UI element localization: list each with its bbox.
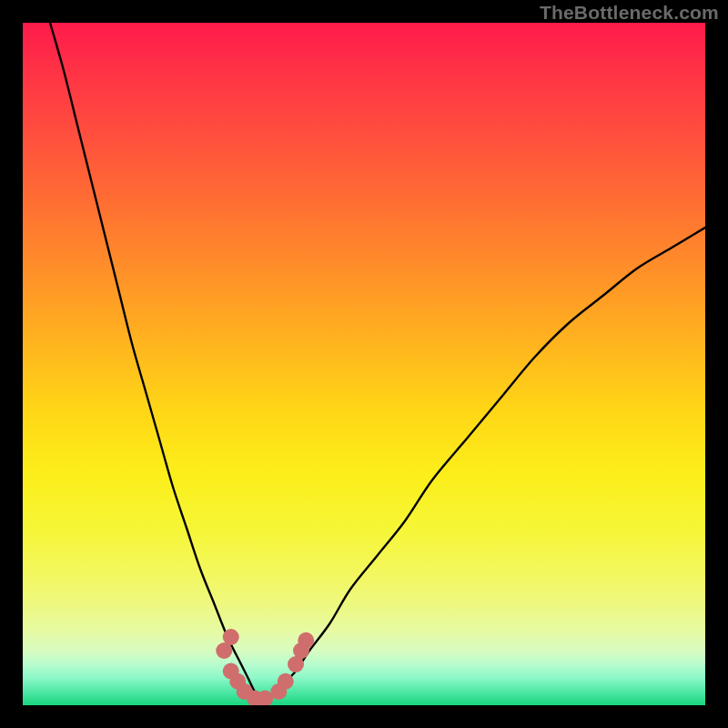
valley-marker-dot bbox=[278, 673, 294, 690]
watermark-text: TheBottleneck.com bbox=[540, 2, 719, 24]
valley-markers bbox=[216, 629, 314, 705]
right-curve bbox=[255, 228, 705, 705]
left-curve bbox=[50, 23, 268, 705]
chart-frame: TheBottleneck.com bbox=[0, 0, 728, 728]
plot-area bbox=[23, 23, 705, 705]
valley-marker-dot bbox=[223, 629, 239, 645]
valley-marker-dot bbox=[298, 632, 314, 649]
right-curve bbox=[255, 228, 705, 705]
curves-layer bbox=[23, 23, 705, 705]
left-curve bbox=[50, 23, 268, 705]
